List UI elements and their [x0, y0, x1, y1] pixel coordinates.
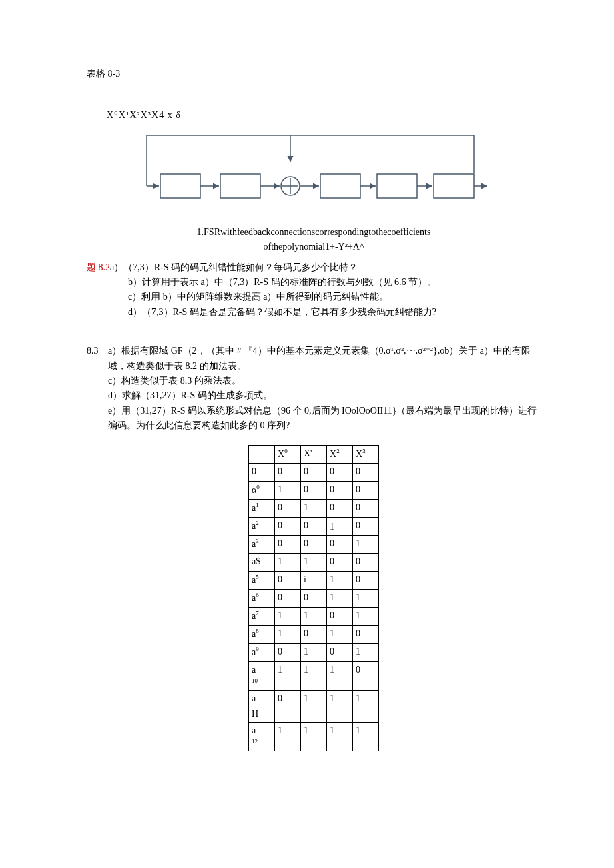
table-cell: 0 [353, 626, 379, 644]
gf-power-table: X0X'X2X3 00000α01000a10100a20010a30001a$… [248, 445, 379, 751]
row-label: 0 [249, 464, 275, 482]
row-label: a2 [249, 518, 275, 536]
problem-8-3-number: 8.3 [87, 344, 108, 433]
polynomial-line: X⁰X¹X²X³X4 x δ [107, 108, 541, 123]
problem-8-2-number: 题 8.2 [87, 262, 110, 272]
table-cell: 0 [327, 500, 353, 518]
problem-8-3-c: c）构造类似于表 8.3 的乘法表。 [108, 374, 541, 388]
row-label: a9 [249, 644, 275, 662]
row-label: a8 [249, 626, 275, 644]
table-cell: 0 [301, 464, 327, 482]
col-header: X2 [327, 446, 353, 464]
problem-8-2-a: a）（7,3）R-S 码的码元纠错性能如何？每码元多少个比特？ [110, 262, 358, 272]
table-cell: 1 [327, 572, 353, 590]
table-cell: 0 [327, 554, 353, 572]
table-cell: 1 [275, 554, 301, 572]
table-row: aH0111 [249, 691, 379, 723]
table-row: a50i10 [249, 572, 379, 590]
table-cell: 1 [353, 590, 379, 608]
table-cell: 0 [301, 536, 327, 554]
table-cell: 0 [353, 662, 379, 691]
col-header: X0 [275, 446, 301, 464]
table-cell: 1 [301, 608, 327, 626]
table-cell: 0 [327, 482, 353, 500]
table-cell: 1 [301, 691, 327, 723]
table-cell: 0 [275, 518, 301, 536]
table-cell: 0 [327, 464, 353, 482]
table-cell: 1 [275, 723, 301, 751]
table-cell: 1 [275, 662, 301, 691]
svg-rect-4 [160, 174, 200, 198]
table-cell: 1 [327, 662, 353, 691]
table-row: a90101 [249, 644, 379, 662]
table-cell: 1 [353, 644, 379, 662]
problem-8-3-d: d）求解（31,27）R-S 码的生成多项式。 [108, 388, 541, 403]
table-label: 表格 8-3 [87, 67, 541, 81]
table-cell: 1 [327, 590, 353, 608]
table-row: a101110 [249, 662, 379, 691]
table-row: a60011 [249, 590, 379, 608]
col-header: X' [301, 446, 327, 464]
table-cell: 0 [275, 464, 301, 482]
table-cell: 1 [301, 554, 327, 572]
row-label: a$ [249, 554, 275, 572]
caption-line1: 1.FSRwithfeedbackconnectionscorrespondin… [87, 225, 541, 240]
table-cell: 1 [301, 500, 327, 518]
table-cell: 0 [275, 536, 301, 554]
svg-rect-9 [320, 174, 360, 198]
table-cell: 0 [353, 554, 379, 572]
row-label: a10 [249, 662, 275, 691]
table-row: a71101 [249, 608, 379, 626]
table-cell: 0 [353, 464, 379, 482]
svg-rect-11 [434, 174, 474, 198]
problem-8-2: 题 8.2a）（7,3）R-S 码的码元纠错性能如何？每码元多少个比特？ b）计… [87, 260, 541, 320]
row-label: a12 [249, 723, 275, 751]
table-cell: 0 [275, 572, 301, 590]
table-cell: 1 [353, 691, 379, 723]
col-header: X3 [353, 446, 379, 464]
row-label: a3 [249, 536, 275, 554]
problem-8-3-e: e）用（31,27）R-S 码以系统形式对信息（96 个 0,后面为 IOolO… [108, 404, 541, 434]
figure-caption: 1.FSRwithfeedbackconnectionscorrespondin… [87, 225, 541, 255]
table-cell: 0 [275, 590, 301, 608]
table-cell: 0 [301, 518, 327, 536]
table-cell: i [301, 572, 327, 590]
table-cell: 0 [301, 590, 327, 608]
row-label: aH [249, 691, 275, 723]
table-cell: 0 [275, 500, 301, 518]
table-cell: 0 [327, 608, 353, 626]
problem-8-2-d: d）（7,3）R-S 码是否是完备码？假如不是，它具有多少残余码元纠错能力? [128, 305, 541, 320]
lfsr-diagram [140, 129, 487, 215]
table-row: α01000 [249, 482, 379, 500]
table-cell: 0 [275, 644, 301, 662]
row-label: a6 [249, 590, 275, 608]
table-cell: 1 [327, 518, 353, 536]
table-cell: 1 [275, 626, 301, 644]
table-cell: 1 [301, 723, 327, 751]
table-cell: 1 [327, 626, 353, 644]
table-cell: 0 [353, 572, 379, 590]
row-label: a5 [249, 572, 275, 590]
table-row: 00000 [249, 464, 379, 482]
table-cell: 0 [353, 518, 379, 536]
col-header-blank [249, 446, 275, 464]
table-cell: 0 [301, 482, 327, 500]
table-cell: 0 [353, 482, 379, 500]
table-cell: 1 [275, 482, 301, 500]
svg-rect-5 [220, 174, 260, 198]
table-cell: 0 [353, 500, 379, 518]
table-row: a30001 [249, 536, 379, 554]
problem-8-3: 8.3 a）根据有限域 GF（2，（其中〃『4）中的基本元素定义元素集（0,σ¹… [87, 344, 541, 433]
row-label: a7 [249, 608, 275, 626]
caption-line2: ofthepolynomial1+-Y²+Λ^ [87, 240, 541, 254]
table-row: a10100 [249, 500, 379, 518]
row-label: α0 [249, 482, 275, 500]
table-cell: 1 [353, 723, 379, 751]
table-row: a20010 [249, 518, 379, 536]
table-cell: 1 [301, 662, 327, 691]
problem-8-3-a: a）根据有限域 GF（2，（其中〃『4）中的基本元素定义元素集（0,σ¹,σ²,… [108, 344, 541, 374]
table-row: a81010 [249, 626, 379, 644]
table-cell: 0 [275, 691, 301, 723]
problem-8-2-c: c）利用 b）中的矩阵维数来提高 a）中所得到的码元纠错性能。 [128, 290, 541, 304]
table-cell: 1 [327, 691, 353, 723]
